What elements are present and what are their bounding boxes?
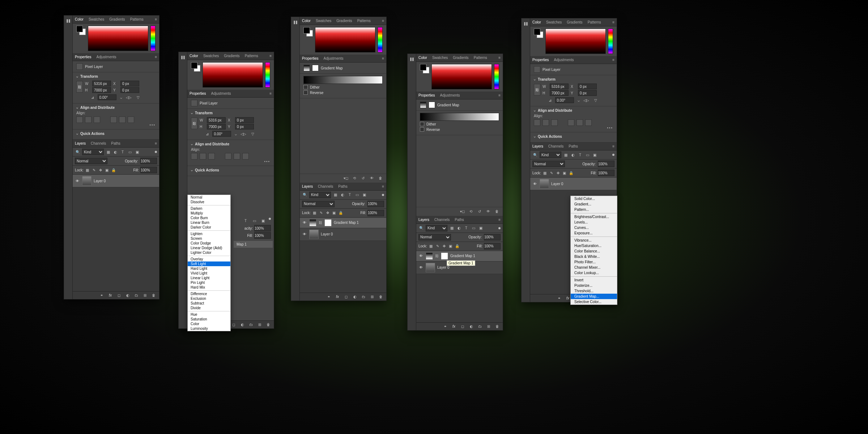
link-layers-icon[interactable]: ⚭ [557,296,562,301]
filter-toggle-icon[interactable] [155,151,157,153]
blend-option-subtract[interactable]: Subtract [188,301,230,306]
link-mask-icon[interactable]: ⛓ [319,221,322,225]
tab-adjustments[interactable]: Adjustments [97,55,116,59]
adjustment-thumbnail[interactable] [426,252,433,260]
blend-option-screen[interactable]: Screen [188,236,230,241]
fill-input[interactable] [367,210,384,216]
foreground-background-swatch[interactable] [420,64,429,73]
fill-input[interactable] [254,232,271,239]
align-hcenter-button[interactable] [542,119,549,126]
dock-collapse-icon[interactable] [409,57,414,63]
align-vcenter-button[interactable] [576,119,583,126]
blend-option-divide[interactable]: Divide [188,306,230,310]
height-input[interactable] [92,87,111,93]
opacity-input[interactable] [598,161,614,167]
adjustment-option-selective-color-[interactable]: Selective Color... [571,299,617,305]
height-input[interactable] [207,124,226,129]
blend-option-hue[interactable]: Hue [188,312,230,317]
foreground-background-swatch[interactable] [534,29,543,38]
filter-toggle-icon[interactable] [498,227,501,229]
blend-option-linear-light[interactable]: Linear Light [188,276,230,280]
transform-header[interactable]: ⌵Transform [76,75,156,78]
foreground-background-swatch[interactable] [303,27,313,37]
x-input[interactable] [235,117,254,123]
trash-icon[interactable]: 🗑 [151,293,156,298]
tab-properties[interactable]: Properties [75,55,92,59]
foreground-background-swatch[interactable] [191,62,200,72]
blend-option-hard-light[interactable]: Hard Light [188,266,230,271]
link-wh-icon[interactable]: ⛓ [534,84,540,95]
panel-menu-icon[interactable]: ≡ [612,20,614,24]
view-previous-icon[interactable]: ⟲ [468,209,474,214]
panel-menu-icon[interactable]: ≡ [155,141,157,145]
blend-option-linear-dodge-add-[interactable]: Linear Dodge (Add) [188,246,230,250]
filter-adjust-icon[interactable]: ◐ [340,192,345,198]
clip-icon[interactable]: ▾◻ [459,209,465,214]
filter-shape-icon[interactable]: ▭ [127,149,133,155]
align-bottom-button[interactable] [585,119,592,126]
layer-name[interactable]: Layer 0 [94,179,106,183]
lock-transparency-icon[interactable]: ▦ [429,244,434,249]
align-left-button[interactable] [191,153,197,159]
angle-input[interactable] [555,97,574,103]
filter-type-icon[interactable]: T [577,152,583,158]
more-options-icon[interactable]: ••• [76,123,156,127]
blend-option-saturation[interactable]: Saturation [188,317,230,322]
tab-color[interactable]: Color [190,54,198,58]
adjustment-option-hue-saturation-[interactable]: Hue/Saturation... [571,243,617,248]
blend-option-lighten[interactable]: Lighten [188,231,230,236]
y-input[interactable] [578,90,597,96]
panel-menu-icon[interactable]: ≡ [498,93,501,97]
lock-all-icon[interactable]: 🔒 [111,167,116,173]
new-layer-icon[interactable]: ⊞ [486,324,491,329]
search-icon[interactable]: 🔍 [302,192,308,198]
tab-channels[interactable]: Channels [91,141,106,145]
adjustment-layer-icon[interactable]: ◐ [352,294,357,299]
tab-properties[interactable]: Properties [302,56,319,60]
reverse-checkbox[interactable] [303,90,308,95]
adjustment-option-vibrance-[interactable]: Vibrance... [571,238,617,243]
tab-properties[interactable]: Properties [532,58,549,62]
group-icon[interactable]: 🗀 [477,324,482,329]
tab-adjustments[interactable]: Adjustments [440,93,460,97]
layer-thumbnail[interactable] [82,176,92,186]
lock-position-icon[interactable]: ✥ [442,244,447,249]
filter-adjust-icon[interactable]: ◐ [112,149,118,155]
view-previous-icon[interactable]: ⟲ [352,175,357,181]
trash-icon[interactable]: 🗑 [266,322,271,327]
tab-color[interactable]: Color [418,56,427,60]
filter-kind-select[interactable]: Kind [426,225,447,231]
opacity-input[interactable] [254,225,271,231]
clip-icon[interactable]: ▾◻ [343,175,349,181]
color-field[interactable] [315,27,375,52]
layer-item-layer0[interactable]: 👁 Layer 0 [530,178,617,190]
x-input[interactable] [578,84,597,89]
panel-menu-icon[interactable]: ≡ [612,58,614,62]
align-header[interactable]: ⌵Align and Distribute [534,109,613,112]
fx-icon[interactable]: fx [335,294,340,299]
gradient-preview[interactable] [420,113,499,121]
flip-vertical-icon[interactable]: ▽ [250,131,256,137]
align-bottom-button[interactable] [128,116,134,123]
layer-item-gradmap[interactable]: 👁 ⛓ Gradient Map 1 [300,218,386,228]
mask-icon[interactable]: ◻ [344,294,349,299]
blend-option-pin-light[interactable]: Pin Light [188,280,230,285]
dock-collapse-icon[interactable] [66,18,71,24]
adjustment-thumbnail[interactable] [309,219,316,226]
tab-swatches[interactable]: Swatches [316,19,331,23]
group-icon[interactable]: 🗀 [248,322,254,327]
filter-shape-icon[interactable]: ▭ [584,152,590,158]
flip-horizontal-icon[interactable]: ◁▷ [583,97,589,103]
flip-vertical-icon[interactable]: ▽ [593,97,599,103]
lock-artboard-icon[interactable]: ▣ [105,167,110,173]
reset-icon[interactable]: ↺ [360,175,366,181]
fx-icon[interactable]: fx [451,324,456,329]
adjustment-option-color-balance-[interactable]: Color Balance... [571,248,617,254]
adjustment-option-posterize-[interactable]: Posterize... [571,283,617,288]
layer-item-layer0[interactable]: 👁 Layer 0 [300,228,386,241]
filter-toggle-icon[interactable] [612,154,614,156]
layer-name[interactable]: Layer 0 [321,232,333,236]
align-hcenter-button[interactable] [85,116,92,123]
blend-option-luminosity[interactable]: Luminosity [188,326,230,331]
filter-type-icon[interactable]: T [463,225,469,231]
